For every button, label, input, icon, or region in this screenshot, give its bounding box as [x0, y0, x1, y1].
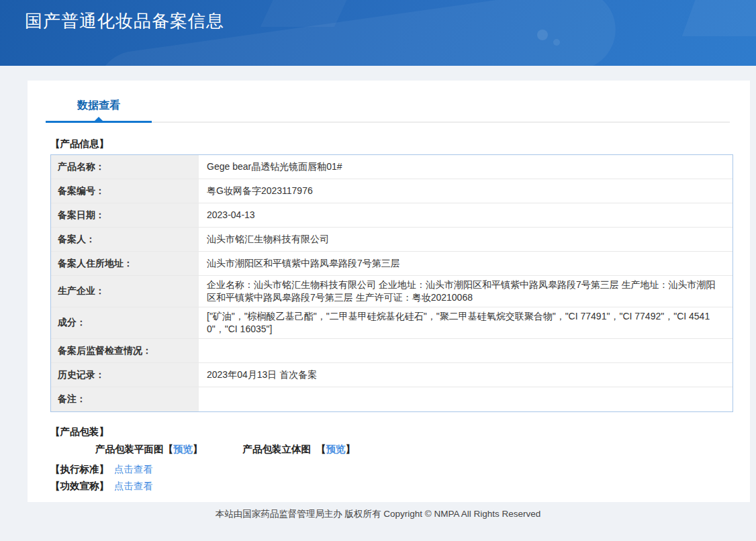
efficacy-row: 【功效宣称】 点击查看 — [50, 480, 733, 493]
content-card: 数据查看 【产品信息】 产品名称： Gege bear晶透钻光镜面唇釉01# 备… — [28, 81, 750, 502]
table-row-registrant-address: 备案人住所地址： 汕头市潮阳区和平镇紫中路凤皋路段7号第三层 — [51, 252, 733, 276]
table-row-post-filing-inspection: 备案后监督检查情况： — [51, 339, 733, 363]
packaging-flat-label: 产品包装平面图 — [95, 444, 164, 454]
row-label: 备案人住所地址： — [51, 252, 199, 275]
table-row-product-name: 产品名称： Gege bear晶透钻光镜面唇釉01# — [51, 155, 733, 179]
row-label: 备案后监督检查情况： — [51, 339, 199, 362]
row-value: 汕头市潮阳区和平镇紫中路凤皋路段7号第三层 — [199, 252, 733, 275]
table-row-filing-number: 备案编号： 粤G妆网备字2023117976 — [51, 179, 733, 203]
row-label: 历史记录： — [51, 363, 199, 387]
table-row-filing-date: 备案日期： 2023-04-13 — [51, 203, 733, 228]
page-title: 国产普通化妆品备案信息 — [25, 9, 224, 33]
row-label: 成分： — [51, 307, 199, 338]
row-label: 产品名称： — [51, 155, 199, 179]
efficacy-view-link[interactable]: 点击查看 — [114, 480, 153, 493]
product-info-table: 产品名称： Gege bear晶透钻光镜面唇釉01# 备案编号： 粤G妆网备字2… — [50, 154, 733, 412]
packaging-previews-row: 产品包装平面图【预览】产品包装立体图【预览】 — [50, 443, 733, 456]
row-value: 企业名称：汕头市铭汇生物科技有限公司 企业地址：汕头市潮阳区和平镇紫中路凤皋路段… — [199, 276, 733, 307]
packaging-flat-preview-link[interactable]: 预览 — [173, 444, 193, 454]
header-decoration-dot — [553, 39, 560, 46]
packaging-stereo-group: 产品包装立体图【预览】 — [243, 444, 356, 454]
bracket: 【 — [316, 444, 326, 454]
table-row-ingredients: 成分： ["矿油"，"棕榈酸乙基己酯"，"二甲基甲硅烷基化硅石"，"聚二甲基硅氧… — [51, 307, 733, 339]
bracket: 】 — [193, 444, 203, 454]
row-label: 备案日期： — [51, 203, 199, 227]
packaging-stereo-label: 产品包装立体图 — [243, 444, 312, 454]
header-decoration-dot — [537, 30, 548, 40]
row-value: 粤G妆网备字2023117976 — [199, 179, 733, 203]
table-row-manufacturer: 生产企业： 企业名称：汕头市铭汇生物科技有限公司 企业地址：汕头市潮阳区和平镇紫… — [51, 276, 733, 307]
row-label: 备案人： — [51, 228, 199, 251]
row-value — [199, 339, 733, 362]
standard-view-link[interactable]: 点击查看 — [114, 463, 153, 476]
header-decoration-tile — [682, 0, 756, 36]
row-value: 2023-04-13 — [199, 203, 733, 227]
tab-data-view[interactable]: 数据查看 — [46, 99, 152, 123]
standard-row: 【执行标准】 点击查看 — [50, 463, 733, 476]
product-info-section-title: 【产品信息】 — [50, 138, 733, 150]
packaging-section-title: 【产品包装】 — [50, 426, 733, 438]
efficacy-section-title: 【功效宣称】 — [50, 480, 109, 493]
row-value: 汕头市铭汇生物科技有限公司 — [199, 228, 733, 251]
row-label: 备注： — [51, 387, 199, 411]
page-footer: 本站由国家药品监督管理局主办 版权所有 Copyright © NMPA All… — [0, 502, 756, 520]
table-row-registrant: 备案人： 汕头市铭汇生物科技有限公司 — [51, 228, 733, 252]
row-value: ["矿油"，"棕榈酸乙基己酯"，"二甲基甲硅烷基化硅石"，"聚二甲基硅氧烷交联聚… — [199, 307, 733, 338]
row-label: 备案编号： — [51, 179, 199, 203]
row-label: 生产企业： — [51, 276, 199, 307]
table-row-history: 历史记录： 2023年04月13日 首次备案 — [51, 363, 733, 387]
header-decoration-tile — [261, 0, 350, 27]
bracket: 】 — [346, 444, 356, 454]
copyright-text: 本站由国家药品监督管理局主办 版权所有 Copyright © NMPA All… — [216, 509, 541, 519]
packaging-stereo-preview-link[interactable]: 预览 — [326, 444, 346, 454]
row-value — [199, 387, 733, 411]
tab-bar: 数据查看 — [46, 99, 730, 123]
bracket: 【 — [164, 444, 174, 454]
tab-data-view-label: 数据查看 — [77, 99, 120, 111]
standard-section-title: 【执行标准】 — [50, 463, 109, 476]
page-header: 国产普通化妆品备案信息 — [0, 0, 756, 66]
row-value: Gege bear晶透钻光镜面唇釉01# — [199, 155, 733, 179]
row-value: 2023年04月13日 首次备案 — [199, 363, 733, 387]
table-row-remarks: 备注： — [51, 387, 733, 411]
